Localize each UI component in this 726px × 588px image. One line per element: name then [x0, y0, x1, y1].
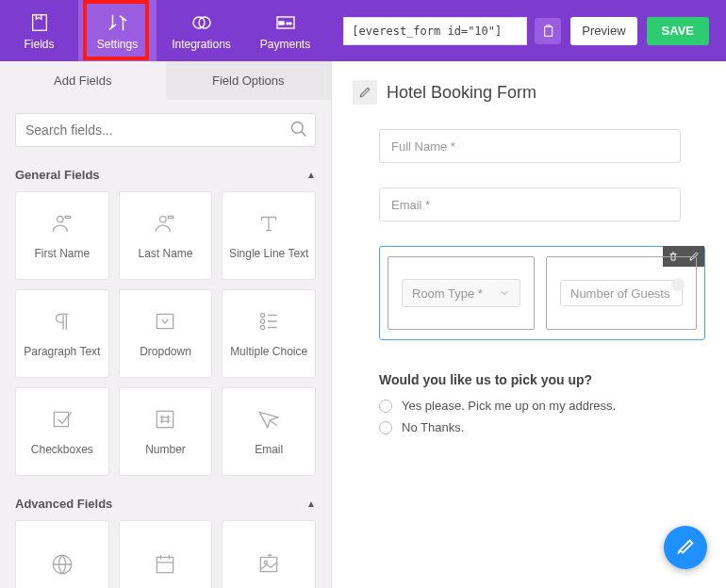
preview-button[interactable]: Preview	[570, 17, 636, 45]
pickup-option-yes[interactable]: Yes please. Pick me up on my address.	[379, 399, 705, 413]
panel-body: General Fields ▲ First Name Last Name Si…	[0, 100, 331, 588]
room-type-select[interactable]: Room Type *	[402, 279, 520, 307]
svg-point-1	[111, 24, 113, 26]
svg-rect-20	[157, 411, 173, 427]
nav-label: Settings	[97, 38, 138, 51]
section-title: Advanced Fields	[15, 497, 112, 511]
field-label: Multiple Choice	[230, 345, 307, 358]
preview-panel: Hotel Booking Form Full Name * Email * R…	[332, 61, 726, 588]
section-advanced-fields[interactable]: Advanced Fields ▲	[15, 491, 316, 520]
field-multiple-choice[interactable]: Multiple Choice	[222, 289, 316, 378]
first-name-icon	[50, 211, 74, 236]
payments-icon	[274, 11, 297, 34]
field-dropdown[interactable]: Dropdown	[119, 289, 213, 378]
field-email[interactable]: Email *	[379, 188, 681, 221]
paragraph-icon	[50, 309, 74, 334]
svg-point-13	[160, 216, 167, 222]
edit-title-button[interactable]	[353, 80, 377, 105]
nav-label: Integrations	[172, 38, 231, 51]
svg-rect-14	[169, 216, 173, 218]
form-title[interactable]: Hotel Booking Form	[387, 83, 536, 103]
col-room-type[interactable]: Room Type *	[388, 256, 535, 330]
shortcode-box	[343, 17, 561, 45]
field-label: Last Name	[138, 247, 192, 260]
field-last-name[interactable]: Last Name	[119, 191, 213, 280]
svg-point-10	[292, 122, 304, 133]
copy-shortcode-button[interactable]	[535, 18, 561, 44]
nav-fields[interactable]: Fields	[0, 0, 78, 61]
save-button[interactable]: SAVE	[647, 17, 709, 45]
tab-field-options[interactable]: Field Options	[166, 61, 332, 100]
col-guests[interactable]: Number of Guests	[546, 256, 697, 330]
clear-dot[interactable]	[671, 278, 685, 291]
shortcode-input[interactable]	[343, 17, 527, 45]
field-first-name[interactable]: First Name	[15, 191, 109, 280]
field-label: Single Line Text	[229, 247, 309, 260]
field-label: Checkboxes	[31, 443, 93, 456]
tab-add-fields[interactable]: Add Fields	[0, 61, 166, 100]
globe-icon	[50, 552, 74, 577]
radio-icon	[379, 421, 392, 434]
search-icon	[289, 120, 308, 139]
search-input[interactable]	[15, 113, 316, 147]
svg-point-17	[260, 319, 264, 323]
field-fullname[interactable]: Full Name *	[379, 129, 681, 163]
brush-icon	[675, 537, 696, 558]
field-number[interactable]: Number	[119, 387, 213, 476]
radio-label: No Thanks.	[402, 420, 464, 434]
field-adv-2[interactable]	[222, 520, 316, 588]
field-adv-1[interactable]	[119, 520, 213, 588]
date-icon	[153, 552, 177, 577]
caret-up-icon: ▲	[306, 498, 316, 509]
search-wrap	[15, 113, 316, 147]
section-title: General Fields	[15, 168, 100, 182]
pickup-question: Would you like us to pick you up?	[379, 372, 705, 387]
last-name-icon	[153, 211, 177, 236]
number-icon	[153, 407, 177, 432]
svg-rect-15	[157, 314, 173, 328]
chevron-down-icon	[499, 287, 510, 299]
field-email[interactable]: Email	[222, 387, 316, 476]
svg-rect-12	[65, 216, 70, 218]
svg-point-8	[287, 23, 289, 24]
field-adv-0[interactable]	[15, 520, 109, 588]
radio-label: Yes please. Pick me up on my address.	[402, 399, 616, 413]
clipboard-icon	[540, 24, 555, 39]
nav-label: Fields	[24, 38, 54, 51]
dropdown-icon	[153, 309, 177, 334]
field-single-line-text[interactable]: Single Line Text	[222, 191, 316, 280]
text-icon	[256, 211, 281, 236]
field-label: First Name	[34, 247, 90, 260]
nav-payments[interactable]: Payments	[246, 0, 324, 61]
field-label: Number	[145, 443, 186, 456]
integrations-icon	[190, 11, 213, 34]
email-icon	[256, 407, 281, 432]
svg-point-11	[57, 216, 63, 222]
svg-rect-9	[545, 26, 553, 36]
topbar: Fields Settings Integrations Payments Pr…	[0, 0, 726, 61]
svg-point-7	[289, 23, 291, 24]
selected-row[interactable]: Room Type * Number of Guests	[379, 246, 705, 340]
svg-point-24	[264, 561, 267, 564]
nav-settings[interactable]: Settings	[78, 0, 157, 61]
svg-point-16	[260, 313, 264, 317]
caret-up-icon: ▲	[306, 170, 316, 180]
form-title-row: Hotel Booking Form	[353, 80, 705, 105]
left-panel: Add Fields Field Options General Fields …	[0, 61, 332, 588]
svg-rect-0	[32, 14, 46, 30]
pickup-option-no[interactable]: No Thanks.	[379, 420, 705, 434]
pencil-icon	[358, 86, 371, 99]
field-label: Paragraph Text	[24, 345, 100, 358]
panel-tabs: Add Fields Field Options	[0, 61, 331, 100]
section-general-fields[interactable]: General Fields ▲	[15, 162, 316, 191]
radio-list-icon	[256, 309, 281, 334]
settings-icon	[107, 11, 129, 34]
advanced-fields-grid	[15, 520, 316, 588]
nav-integrations[interactable]: Integrations	[157, 0, 246, 61]
help-fab[interactable]	[664, 526, 707, 569]
field-paragraph-text[interactable]: Paragraph Text	[15, 289, 109, 378]
checkbox-icon	[50, 407, 74, 432]
field-checkboxes[interactable]: Checkboxes	[15, 387, 109, 476]
form-area: Full Name * Email * Room Type *	[353, 129, 705, 434]
guests-input[interactable]: Number of Guests	[560, 280, 683, 306]
